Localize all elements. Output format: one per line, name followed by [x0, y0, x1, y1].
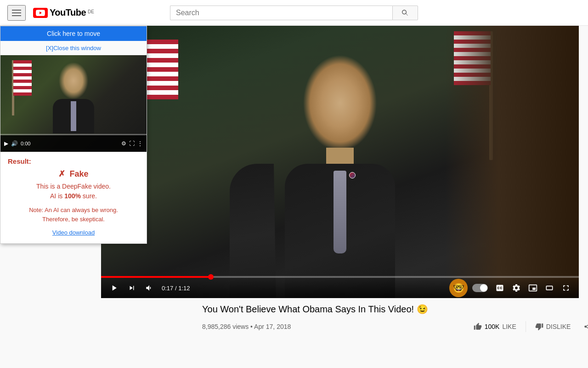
share-button[interactable]: SHARE	[578, 320, 588, 334]
settings-button[interactable]	[509, 282, 524, 294]
video-stats: 8,985,286 views • Apr 17, 2018	[202, 323, 291, 330]
mini-fullscreen-button[interactable]: ⛶	[129, 140, 135, 147]
thumbs-down-icon	[535, 322, 543, 331]
skip-icon	[128, 284, 136, 292]
play-button[interactable]	[107, 282, 121, 294]
menu-button[interactable]	[7, 5, 26, 21]
mini-head	[55, 62, 92, 104]
result-main: ✗ Fake This is a DeepFake video. AI is 1…	[8, 169, 139, 224]
settings-icon	[512, 283, 521, 293]
dislike-label: DISLIKE	[546, 323, 571, 330]
like-label: LIKE	[502, 323, 516, 330]
next-button[interactable]	[125, 282, 139, 294]
miniplayer-button[interactable]	[526, 282, 540, 294]
result-label: Result:	[8, 157, 139, 165]
volume-icon	[145, 284, 153, 292]
video-controls: 0:17 / 1:12 🤓	[101, 278, 579, 298]
time-current: 0:17	[162, 285, 173, 292]
mini-settings-button[interactable]: ⚙	[121, 140, 126, 147]
mini-play-button[interactable]: ▶	[4, 140, 8, 147]
youtube-play-icon	[36, 10, 45, 16]
thumbs-up-icon	[474, 322, 482, 331]
result-note: Note: An AI can always be wrong. Therefo…	[8, 206, 139, 224]
flag-pin	[349, 172, 356, 178]
youtube-text: YouTube	[50, 7, 86, 18]
mini-time-display: 0:00	[21, 141, 30, 146]
obama-head	[294, 53, 386, 164]
like-button[interactable]: 100K LIKE	[468, 320, 522, 334]
search-input[interactable]	[170, 6, 392, 20]
result-note-line2: Therefore, be skeptical.	[42, 216, 105, 223]
header-left: YouTube DE	[7, 5, 94, 21]
popup-close-link[interactable]: [X]Close this window	[46, 45, 101, 52]
result-note-line1: Note: An AI can always be wrong.	[29, 207, 118, 213]
video-actions: 100K LIKE DISLIKE SHARE SAVE	[468, 318, 588, 334]
video-download-link[interactable]: Video download	[8, 229, 139, 236]
theatre-icon	[545, 283, 554, 293]
mini-tie	[71, 101, 76, 131]
controls-right: 🤓	[449, 279, 573, 297]
avatar-button[interactable]: 🤓	[449, 279, 468, 297]
search-bar	[170, 6, 418, 20]
result-desc-line1: This is a DeepFake video.	[36, 183, 111, 190]
video-player[interactable]: 0:17 / 1:12 🤓	[101, 26, 579, 298]
mini-controls: ▶ 🔊 0:00 ⚙ ⛶ ⋮	[0, 135, 147, 152]
youtube-icon	[33, 8, 48, 18]
popup-overlay: Click here to move [X]Close this window	[0, 26, 147, 244]
publish-date: Apr 17, 2018	[254, 323, 291, 330]
view-count: 8,985,286 views	[202, 323, 249, 330]
popup-close-bar: [X]Close this window	[0, 41, 147, 55]
search-button[interactable]	[392, 6, 418, 20]
result-fake: ✗ Fake	[8, 169, 139, 179]
fullscreen-icon	[561, 283, 571, 293]
obama-tie	[334, 171, 346, 253]
mini-more-button[interactable]: ⋮	[137, 140, 143, 147]
popup-result: Result: ✗ Fake This is a DeepFake video.…	[0, 152, 147, 243]
result-fake-text: Fake	[69, 169, 88, 178]
mini-flag	[13, 60, 32, 97]
actions-divider	[526, 321, 526, 332]
fullscreen-button[interactable]	[559, 282, 573, 294]
theatre-button[interactable]	[542, 282, 557, 294]
video-info: You Won't Believe What Obama Says In Thi…	[202, 298, 588, 340]
certainty-value: 100%	[64, 192, 81, 200]
time-total: 1:12	[178, 285, 190, 292]
search-icon	[401, 9, 409, 17]
popup-drag-bar[interactable]: Click here to move	[0, 26, 147, 41]
video-section: 0:17 / 1:12 🤓	[101, 26, 579, 340]
mini-video: ▶ 🔊 0:00 ⚙ ⛶ ⋮	[0, 55, 147, 152]
mini-volume-button[interactable]: 🔊	[11, 140, 18, 147]
video-thumbnail	[101, 26, 579, 298]
bg-curtain	[445, 26, 579, 298]
cc-button[interactable]	[492, 282, 507, 294]
time-display: 0:17 / 1:12	[162, 285, 190, 292]
header: YouTube DE	[0, 0, 588, 26]
main-content: 0:17 / 1:12 🤓	[0, 26, 588, 368]
video-meta: 8,985,286 views • Apr 17, 2018 100K LIKE…	[202, 318, 588, 334]
cc-icon	[495, 283, 504, 293]
x-mark-icon: ✗	[58, 169, 65, 178]
play-icon	[109, 283, 119, 293]
miniplayer-icon	[528, 283, 537, 293]
share-icon	[583, 322, 588, 331]
autoplay-toggle[interactable]	[469, 282, 491, 294]
dislike-button[interactable]: DISLIKE	[530, 320, 577, 334]
result-description: This is a DeepFake video. AI is 100% sur…	[8, 182, 139, 201]
youtube-country: DE	[88, 9, 94, 14]
video-title: You Won't Believe What Obama Says In Thi…	[202, 304, 588, 315]
youtube-logo[interactable]: YouTube DE	[33, 7, 94, 18]
volume-button[interactable]	[142, 282, 156, 294]
like-count: 100K	[485, 323, 500, 330]
